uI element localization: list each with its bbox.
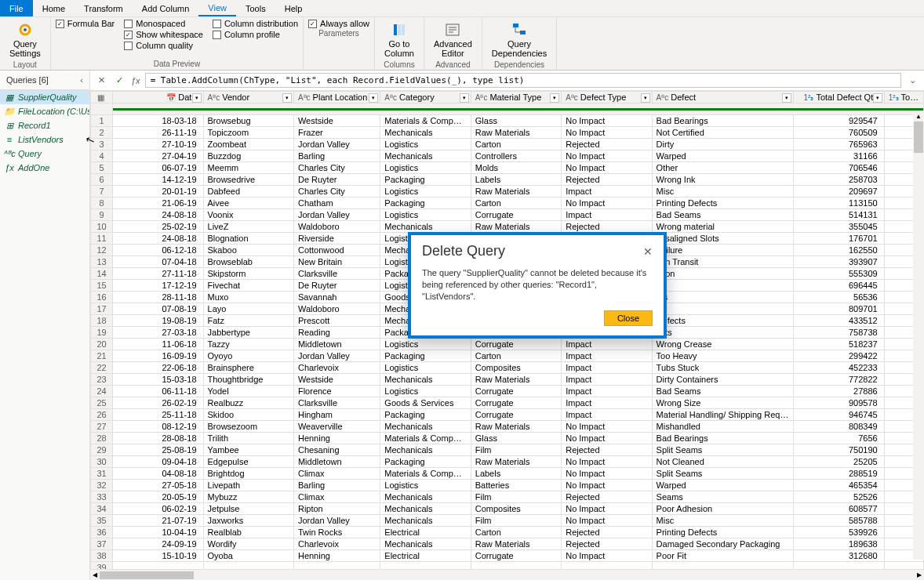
menu-addcolumn[interactable]: Add Column	[133, 0, 199, 16]
table-row[interactable]: 34 06-02-19 Jetpulse Ripton Mechanicals …	[91, 503, 924, 515]
cell-qty[interactable]: 176701	[794, 233, 884, 245]
cell-date[interactable]: 24-09-19	[113, 538, 203, 550]
cell-date[interactable]: 19-08-19	[113, 315, 203, 327]
cell-date[interactable]: 21-07-19	[113, 515, 203, 527]
table-row[interactable]: 6 14-12-19 Browsedrive De Ruyter Packagi…	[91, 174, 924, 186]
cell-material[interactable]: Glass	[471, 115, 561, 127]
cell-defect[interactable]: Defects	[652, 315, 794, 327]
cell-plant[interactable]: Charlevoix	[293, 362, 380, 374]
column-quality-checkbox[interactable]: Column quality	[124, 41, 203, 50]
query-item[interactable]: ⊞Record1	[0, 118, 89, 132]
scroll-right-arrow[interactable]: ▶	[915, 571, 924, 578]
cell-date[interactable]: 15-10-19	[113, 550, 203, 562]
cell-date[interactable]: 18-03-18	[113, 115, 203, 127]
menu-home[interactable]: Home	[33, 0, 75, 16]
cell-defect[interactable]: Wrong material	[652, 221, 794, 233]
table-row[interactable]: 22 22-06-18 Brainsphere Charlevoix Logis…	[91, 362, 924, 374]
cell-material[interactable]: Composites	[471, 362, 561, 374]
cell-vendor[interactable]: Jaxworks	[203, 515, 293, 527]
cell-qty[interactable]: 258703	[794, 174, 884, 186]
table-row[interactable]: 39	[91, 562, 924, 570]
cell-plant[interactable]: Charles City	[293, 162, 380, 174]
cell-defect[interactable]: Mishandled	[652, 421, 794, 433]
cell-category[interactable]: Packaging	[380, 174, 471, 186]
cell-defecttype[interactable]: Impact	[562, 209, 652, 221]
cell-material[interactable]: Raw Materials	[471, 186, 561, 198]
table-row[interactable]: 36 10-04-19 Realblab Twin Rocks Electric…	[91, 527, 924, 538]
cell-plant[interactable]: Cottonwood	[293, 245, 380, 256]
formula-input[interactable]	[145, 73, 901, 88]
cell-material[interactable]: Controllers	[471, 150, 561, 162]
cell-material[interactable]: Corrugate	[471, 386, 561, 397]
cell-plant[interactable]: Frazer	[293, 127, 380, 139]
cell-plant[interactable]: Weaverville	[293, 421, 380, 433]
table-row[interactable]: 26 25-11-18 Skidoo Hingham Packaging Cor…	[91, 409, 924, 421]
cell-vendor[interactable]: Browsedrive	[203, 174, 293, 186]
vertical-scrollbar[interactable]: ▲	[913, 111, 924, 560]
cell-qty[interactable]: 946745	[794, 409, 884, 421]
cell-plant[interactable]: Waldoboro	[293, 303, 380, 315]
cell-defect[interactable]: Dirty	[652, 139, 794, 150]
cell-defecttype[interactable]: No Impact	[562, 456, 652, 468]
cell-vendor[interactable]: Skipstorm	[203, 268, 293, 280]
cell-category[interactable]: Mechanicals	[380, 421, 471, 433]
cell-vendor[interactable]: Browsebug	[203, 115, 293, 127]
cell-defecttype[interactable]: No Impact	[562, 421, 652, 433]
cell-defect[interactable]: Dirty Containers	[652, 374, 794, 386]
cell-category[interactable]: Mechanicals	[380, 150, 471, 162]
cell-date[interactable]: 17-12-19	[113, 280, 203, 292]
cell-material[interactable]: Raw Materials	[471, 456, 561, 468]
hscroll-thumb[interactable]	[100, 571, 194, 579]
cell-category[interactable]: Logistics	[380, 162, 471, 174]
cell-vendor[interactable]: Buzzdog	[203, 150, 293, 162]
cell-date[interactable]: 24-08-18	[113, 209, 203, 221]
cell-defect[interactable]: Other	[652, 162, 794, 174]
cell-defecttype[interactable]: No Impact	[562, 115, 652, 127]
cell-date[interactable]: 14-12-19	[113, 174, 203, 186]
cell-plant[interactable]: Florence	[293, 386, 380, 397]
cell-qty[interactable]: 760509	[794, 127, 884, 139]
cell-date[interactable]: 10-04-19	[113, 527, 203, 538]
cell-category[interactable]: Materials & Components	[380, 468, 471, 480]
cell-material[interactable]: Carton	[471, 198, 561, 209]
cell-vendor[interactable]: Livepath	[203, 480, 293, 491]
cell-date[interactable]: 08-12-19	[113, 421, 203, 433]
cell-vendor[interactable]: Trilith	[203, 433, 293, 444]
cell-vendor[interactable]: Jabbertype	[203, 327, 293, 339]
filter-dropdown[interactable]: ▾	[192, 93, 202, 103]
cell-defect[interactable]: Warped	[652, 150, 794, 162]
cell-qty[interactable]: 288519	[794, 468, 884, 480]
cell-defecttype[interactable]	[562, 562, 652, 570]
cell-defecttype[interactable]: Rejected	[562, 527, 652, 538]
scroll-thumb[interactable]	[914, 121, 923, 153]
accept-formula-icon[interactable]: ✓	[113, 75, 126, 85]
cell-qty[interactable]: 808349	[794, 421, 884, 433]
cell-defect[interactable]: Misaligned Slots	[652, 233, 794, 245]
cell-material[interactable]: Glass	[471, 433, 561, 444]
cell-material[interactable]: Carton	[471, 139, 561, 150]
cell-defecttype[interactable]: Rejected	[562, 491, 652, 503]
cell-plant[interactable]: Clarksville	[293, 397, 380, 409]
menu-tools[interactable]: Tools	[236, 0, 275, 16]
cell-material[interactable]: Molds	[471, 162, 561, 174]
cell-category[interactable]: Mechanicals	[380, 491, 471, 503]
cell-qty[interactable]	[794, 562, 884, 570]
cell-defect[interactable]: Bad Seams	[652, 386, 794, 397]
column-profile-checkbox[interactable]: Column profile	[213, 30, 298, 39]
cell-material[interactable]: Film	[471, 515, 561, 527]
cell-material[interactable]: Carton	[471, 527, 561, 538]
cell-vendor[interactable]: Yodel	[203, 386, 293, 397]
table-row[interactable]: 4 27-04-19 Buzzdog Barling Mechanicals C…	[91, 150, 924, 162]
cell-date[interactable]: 06-07-19	[113, 162, 203, 174]
cell-qty[interactable]: 539926	[794, 527, 884, 538]
cell-qty[interactable]: 706546	[794, 162, 884, 174]
cell-defect[interactable]: Printing Defects	[652, 198, 794, 209]
expand-formula-icon[interactable]: ⌄	[906, 75, 919, 85]
cell-vendor[interactable]: Brightdog	[203, 468, 293, 480]
table-row[interactable]: 27 08-12-19 Browsezoom Weaverville Mecha…	[91, 421, 924, 433]
cell-defecttype[interactable]: No Impact	[562, 433, 652, 444]
cell-vendor[interactable]: LiveZ	[203, 221, 293, 233]
cell-defect[interactable]: Poor Fit	[652, 550, 794, 562]
cell-defect[interactable]: Printing Defects	[652, 527, 794, 538]
cell-material[interactable]: Corrugate	[471, 397, 561, 409]
